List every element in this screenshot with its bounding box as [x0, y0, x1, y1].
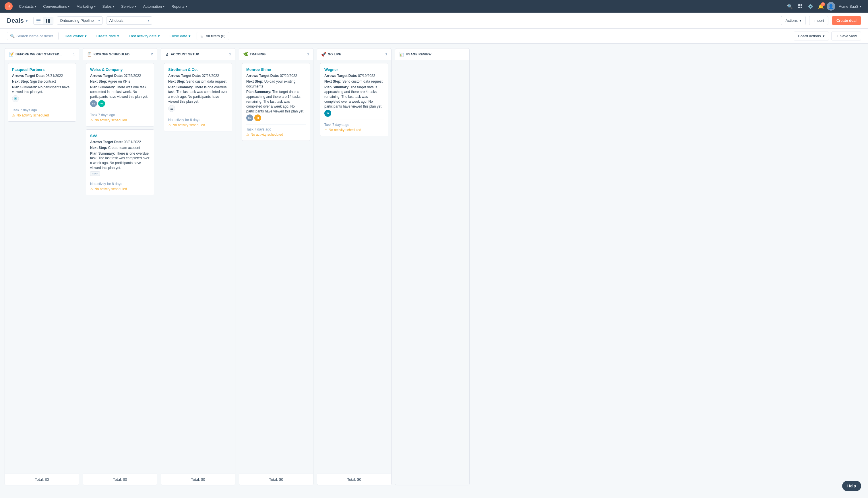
import-button[interactable]: Import [809, 16, 828, 25]
column-title: KICKOFF SCHEDULED [93, 52, 149, 56]
column-header: 🌿 TRAINING 1 [239, 49, 313, 60]
column-count: 2 [151, 52, 153, 56]
column-icon: 📝 [9, 52, 14, 56]
column-cards [395, 60, 469, 485]
deal-next-step: Next Step: Send custom data request [324, 79, 384, 84]
save-view-button[interactable]: ⊞ Save view [831, 31, 861, 40]
svg-rect-6 [37, 19, 40, 19]
deal-name[interactable]: Wegner [324, 67, 384, 72]
deal-next-step: Next Step: Send custom data request [168, 79, 228, 84]
search-button[interactable]: 🔍 [785, 2, 794, 11]
column-footer: Total: $0 [317, 474, 391, 485]
avatar: W [324, 110, 331, 117]
chevron-down-icon: ▾ [158, 34, 160, 38]
deal-target-date: Arrows Target Date: 07/19/2022 [324, 74, 384, 78]
deal-next-step: Next Step: Create team account [90, 145, 150, 150]
board-actions-button[interactable]: Board actions ▾ [794, 31, 829, 40]
search-icon: 🔍 [10, 34, 15, 38]
nav-conversations[interactable]: Conversations ▾ [40, 3, 72, 10]
card-divider [168, 115, 228, 115]
deal-name[interactable]: Monroe Shine [246, 67, 306, 72]
alert-icon: ⚠ [12, 113, 15, 117]
column-training: 🌿 TRAINING 1 Monroe Shine Arrows Target … [239, 48, 313, 485]
deal-next-step: Next Step: Sign the contract [12, 79, 72, 84]
column-icon: 📊 [399, 52, 404, 56]
deal-card[interactable]: Weiss & Company Arrows Target Date: 07/2… [86, 63, 154, 127]
filter-select-input[interactable]: All deals [106, 16, 152, 25]
help-button[interactable]: Help [842, 481, 861, 490]
nav-sales[interactable]: Sales ▾ [100, 3, 117, 10]
last-activity-date-filter[interactable]: Last activity date ▾ [125, 32, 164, 40]
svg-rect-8 [37, 22, 40, 22]
view-toggle [33, 17, 53, 25]
chevron-down-icon: ▾ [163, 5, 165, 8]
deal-card[interactable]: Strothman & Co. Arrows Target Date: 07/2… [164, 63, 232, 131]
chevron-down-icon: ▾ [189, 34, 191, 38]
svg-rect-4 [798, 6, 800, 8]
svg-rect-3 [801, 4, 802, 6]
deal-plan-summary: Plan Summary: No participants have viewe… [12, 85, 72, 95]
deal-card[interactable]: SVA Arrows Target Date: 08/31/2022 Next … [86, 129, 154, 195]
chevron-down-icon[interactable]: ▾ [26, 18, 28, 23]
deal-plan-summary: Plan Summary: The target date is approac… [324, 85, 384, 109]
create-date-filter[interactable]: Create date ▾ [93, 32, 123, 40]
hubspot-logo[interactable]: H [4, 2, 13, 10]
filter-selector[interactable]: All deals [106, 16, 152, 25]
column-count: 1 [73, 52, 75, 56]
actions-button[interactable]: Actions ▾ [781, 16, 806, 25]
column-count: 1 [307, 52, 309, 56]
account-switcher[interactable]: Acme SaaS ▾ [837, 3, 864, 10]
card-divider [246, 124, 306, 124]
settings-button[interactable]: ⚙️ [806, 2, 815, 11]
notifications-button[interactable]: 🔔 2 [816, 2, 826, 11]
deal-next-step: Next Step: Upload your existing document… [246, 79, 306, 89]
chevron-down-icon: ▾ [822, 34, 825, 38]
deal-name[interactable]: Pasquesi Partners [12, 67, 72, 72]
deal-owner-filter[interactable]: Deal owner ▾ [61, 32, 90, 40]
alert-icon: ⚠ [168, 123, 171, 127]
deal-plan-summary: Plan Summary: There is one overdue task.… [90, 151, 150, 170]
pipeline-selector[interactable]: Onboarding Pipeline [57, 16, 103, 25]
list-view-button[interactable] [34, 17, 43, 24]
deal-card[interactable]: Wegner Arrows Target Date: 07/19/2022 Ne… [320, 63, 388, 136]
nav-contacts[interactable]: Contacts ▾ [16, 3, 39, 10]
close-date-filter[interactable]: Close date ▾ [166, 32, 194, 40]
deal-name[interactable]: Strothman & Co. [168, 67, 228, 72]
nav-reports[interactable]: Reports ▾ [168, 3, 190, 10]
deal-card[interactable]: Monroe Shine Arrows Target Date: 07/20/2… [242, 63, 310, 141]
deal-avatars: SSW [90, 100, 150, 107]
chevron-down-icon: ▾ [113, 5, 114, 8]
pipeline-select-input[interactable]: Onboarding Pipeline [57, 16, 103, 25]
create-deal-button[interactable]: Create deal [832, 16, 861, 25]
deal-plan-summary: Plan Summary: The target date is approac… [246, 90, 306, 114]
chevron-down-icon: ▾ [117, 34, 119, 38]
marketplace-button[interactable] [796, 2, 805, 11]
column-footer: Total: $0 [5, 474, 79, 485]
search-box[interactable]: 🔍 Search name or descr [7, 32, 59, 40]
nav-service[interactable]: Service ▾ [118, 3, 139, 10]
svg-text:P: P [15, 98, 16, 101]
all-filters-button[interactable]: ⊞ All filters (0) [197, 32, 229, 40]
deal-name[interactable]: SVA [90, 134, 150, 138]
deal-name[interactable]: Weiss & Company [90, 67, 150, 72]
svg-rect-10 [48, 19, 49, 23]
column-account-setup: 🖥 ACCOUNT SETUP 1 Strothman & Co. Arrows… [161, 48, 235, 485]
avatar: M [254, 115, 261, 121]
nav-marketing[interactable]: Marketing ▾ [74, 3, 98, 10]
svg-rect-2 [798, 4, 800, 6]
deal-target-date: Arrows Target Date: 07/25/2022 [90, 74, 150, 78]
column-count: 1 [229, 52, 231, 56]
column-footer: Total: $0 [161, 474, 235, 485]
nav-automation[interactable]: Automation ▾ [140, 3, 167, 10]
card-divider [90, 110, 150, 110]
deal-next-step: Next Step: Agree on KPIs [90, 79, 150, 84]
filter-bar: 🔍 Search name or descr Deal owner ▾ Crea… [0, 29, 868, 43]
user-avatar[interactable]: 👤 [827, 2, 835, 11]
deal-card[interactable]: Pasquesi Partners Arrows Target Date: 08… [8, 63, 76, 122]
avatar-icon: P [12, 95, 19, 102]
card-divider [324, 120, 384, 120]
svg-rect-7 [37, 21, 40, 21]
notification-badge: 2 [821, 2, 825, 6]
board-view-button[interactable] [43, 17, 53, 24]
deal-alert: ⚠ No activity scheduled [246, 132, 306, 136]
